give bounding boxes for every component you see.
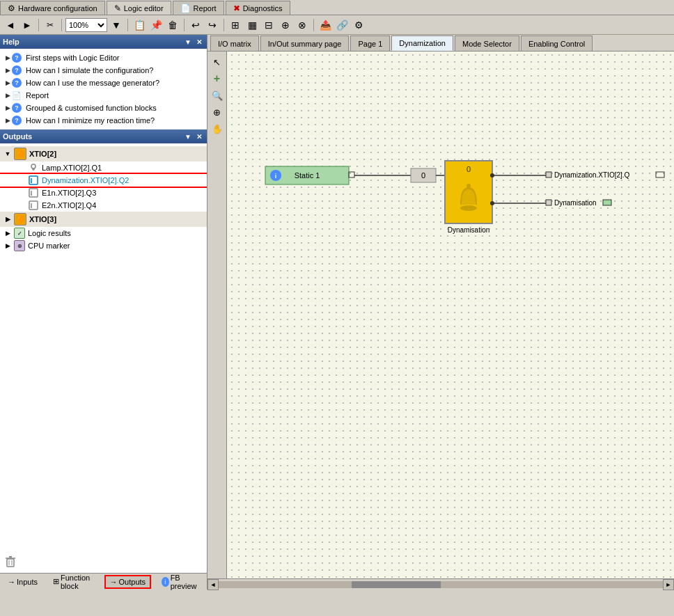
inout-summary-label: In/Out summary page	[268, 40, 342, 48]
fb-preview-icon: i	[162, 577, 169, 587]
e1n-icon	[28, 187, 39, 198]
toolbar-delete-btn[interactable]: 🗑	[165, 17, 180, 33]
scrollbar-left-arrow[interactable]: ◄	[207, 579, 219, 590]
toolbar-copy-btn[interactable]: 📋	[132, 17, 147, 33]
bottom-tab-function-block[interactable]: ⊞ Function block	[48, 571, 99, 592]
help-minimize-btn[interactable]: ▼	[183, 37, 193, 47]
left-panel: Help ▼ ✕ ▶ ? First steps with Logic Edit…	[0, 35, 207, 590]
tab-logic-editor[interactable]: ✎ Logic editor	[107, 1, 171, 15]
help-section: Help ▼ ✕ ▶ ? First steps with Logic Edit…	[0, 35, 207, 129]
help-label-3: How can I use the message generator?	[26, 79, 159, 87]
help-item-report[interactable]: ▶ 📄 Report	[0, 89, 207, 102]
help-item-reaction[interactable]: ▶ ? How can I minimize my reaction time?	[0, 114, 207, 127]
canvas-add-btn[interactable]: +	[210, 71, 225, 86]
toolbar-grid-btn[interactable]: ⊞	[228, 17, 243, 33]
canvas-cursor-btn[interactable]: ↖	[210, 54, 225, 70]
tab-hardware-config[interactable]: ⚙ Hardware configuration	[0, 1, 105, 15]
svg-text:0: 0	[421, 171, 425, 180]
tree-item-logic-results[interactable]: ▶ ✓ Logic results	[0, 227, 207, 239]
help-items-list: ▶ ? First steps with Logic Editor ▶ ? Ho…	[0, 49, 207, 129]
outputs-close-btn[interactable]: ✕	[194, 132, 204, 141]
help-label-1: First steps with Logic Editor	[26, 54, 120, 62]
io-matrix-label: I/O matrix	[218, 40, 251, 48]
dynamisation-block[interactable]: 0	[445, 161, 492, 223]
logic-results-expand[interactable]: ▶	[3, 228, 13, 238]
svg-rect-6	[29, 189, 38, 197]
help-item-first-steps[interactable]: ▶ ? First steps with Logic Editor	[0, 52, 207, 64]
output-connector-1[interactable]	[546, 172, 551, 177]
static1-block[interactable]: i Static 1	[265, 166, 354, 184]
fb-tab-label: Function block	[61, 574, 94, 590]
page-tab-inout-summary[interactable]: In/Out summary page	[260, 35, 350, 51]
page-tab-enabling-control[interactable]: Enabling Control	[521, 35, 593, 51]
xtio2-expand-icon[interactable]: ▼	[3, 149, 13, 159]
output-connector-2[interactable]	[546, 200, 551, 205]
node0-block[interactable]: 0	[411, 168, 436, 182]
page-tab-mode-selector[interactable]: Mode Selector	[455, 35, 519, 51]
tree-item-e1n[interactable]: E1n.XTIO[2].Q3	[0, 187, 207, 199]
xtio3-expand-icon[interactable]: ▶	[3, 214, 13, 224]
outputs-minimize-btn[interactable]: ▼	[183, 132, 193, 141]
toolbar-zoom-arrow[interactable]: ▼	[109, 17, 124, 33]
logic-editor-icon: ✎	[114, 3, 121, 13]
toolbar-prev-btn[interactable]: ◄	[3, 17, 18, 33]
toolbar-redo-btn[interactable]: ↪	[205, 17, 220, 33]
dynamization-expand	[17, 175, 26, 185]
tree-item-lamp[interactable]: Lamp.XTIO[2].Q1	[0, 161, 207, 174]
lamp-icon	[28, 162, 39, 173]
help-item-message[interactable]: ▶ ? How can I use the message generator?	[0, 77, 207, 89]
help-close-btn[interactable]: ✕	[194, 37, 204, 47]
tab-diagnostics[interactable]: ✖ Diagnostics	[226, 1, 290, 15]
bottom-tab-fb-preview[interactable]: i FB preview	[157, 571, 204, 592]
help-item-grouped[interactable]: ▶ ? Grouped & customised function blocks	[0, 102, 207, 114]
bottom-tab-inputs[interactable]: → Inputs	[3, 576, 42, 588]
expand-arrow-6: ▶	[6, 117, 10, 124]
e2n-label: E2n.XTIO[2].Q4	[42, 201, 96, 210]
scrollbar-thumb[interactable]	[352, 581, 441, 588]
canvas-zoom-btn[interactable]: 🔍	[210, 88, 225, 103]
page-tab-dynamization[interactable]: Dynamization	[391, 35, 453, 51]
help-item-simulate[interactable]: ▶ ? How can I simulate the configuration…	[0, 64, 207, 77]
fb-preview-label: FB preview	[171, 574, 199, 590]
tree-item-dynamization[interactable]: Dynamization.XTIO[2].Q2	[0, 174, 207, 187]
outputs-header-buttons: ▼ ✕	[183, 132, 204, 141]
tree-group-xtio3[interactable]: ▶ 🔶 XTIO[3]	[0, 212, 207, 227]
connector-dot-2	[490, 201, 494, 205]
xtio2-label: XTIO[2]	[29, 150, 56, 158]
output-label-2: Dynamisation	[554, 199, 597, 207]
help-label-2: How can I simulate the configuration?	[26, 66, 153, 74]
cpu-marker-icon: ⊕	[14, 240, 25, 251]
toolbar-close-btn[interactable]: ⊗	[295, 17, 310, 33]
tab-report-label: Report	[194, 4, 217, 13]
toolbar-sep-6	[313, 19, 314, 31]
cpu-marker-expand[interactable]: ▶	[3, 241, 13, 251]
bottom-tab-outputs[interactable]: → Outputs	[104, 575, 152, 589]
outputs-section: Outputs ▼ ✕ ▼ 🔶 XTIO[2]	[0, 129, 207, 590]
toolbar-plus-btn[interactable]: ⊕	[278, 17, 293, 33]
expand-arrow-3: ▶	[6, 79, 10, 86]
toolbar-paste-btn[interactable]: 📌	[148, 17, 164, 33]
canvas-horizontal-scrollbar[interactable]: ◄ ►	[207, 578, 674, 590]
page-tab-page1[interactable]: Page 1	[350, 35, 390, 51]
tab-logic-label: Logic editor	[124, 4, 164, 13]
canvas-hand-btn[interactable]: ✋	[210, 121, 225, 136]
toolbar-cut-btn[interactable]: ✂	[42, 17, 58, 33]
toolbar-next-btn[interactable]: ►	[19, 17, 35, 33]
outputs-panel-header: Outputs ▼ ✕	[0, 129, 207, 143]
toolbar-grid2-btn[interactable]: ▦	[244, 17, 260, 33]
toolbar-connect-btn[interactable]: 🔗	[334, 17, 350, 33]
zoom-select[interactable]: 100% 75% 150%	[65, 18, 107, 32]
tree-group-xtio2[interactable]: ▼ 🔶 XTIO[2]	[0, 146, 207, 161]
canvas-wire-btn[interactable]: ⊕	[210, 104, 225, 120]
page-tab-io-matrix[interactable]: I/O matrix	[210, 35, 259, 51]
trash-icon[interactable]	[3, 553, 18, 569]
tab-report[interactable]: 📄 Report	[173, 1, 224, 15]
scrollbar-track[interactable]	[219, 581, 663, 588]
toolbar-export-btn[interactable]: 📤	[318, 17, 333, 33]
tree-item-e2n[interactable]: E2n.XTIO[2].Q4	[0, 199, 207, 212]
toolbar-minus-btn[interactable]: ⊟	[261, 17, 276, 33]
toolbar-settings-btn[interactable]: ⚙	[351, 17, 366, 33]
toolbar-undo-btn[interactable]: ↩	[188, 17, 203, 33]
scrollbar-right-arrow[interactable]: ►	[663, 579, 674, 590]
tree-item-cpu-marker[interactable]: ▶ ⊕ CPU marker	[0, 239, 207, 252]
